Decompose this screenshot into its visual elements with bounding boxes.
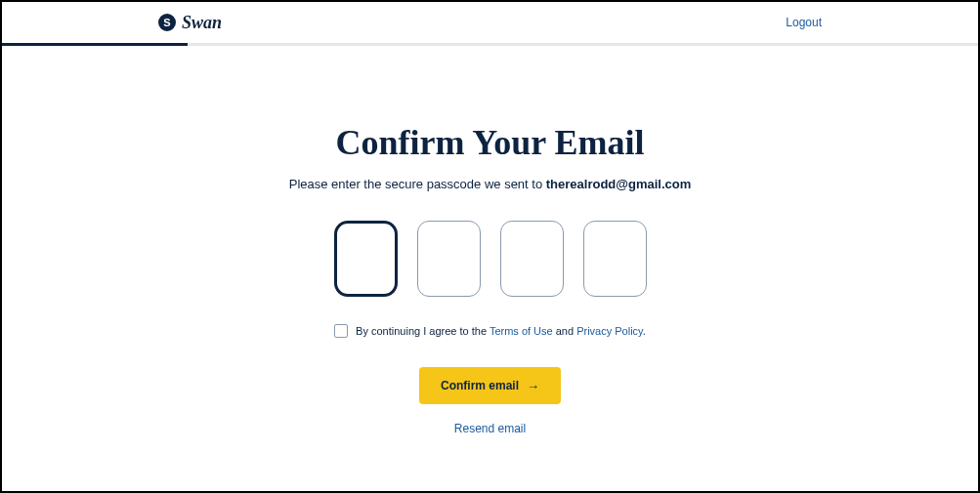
subtitle-email: therealrodd@gmail.com bbox=[546, 177, 691, 191]
passcode-inputs bbox=[334, 221, 647, 297]
brand-logo: S Swan bbox=[158, 13, 222, 33]
arrow-right-icon: → bbox=[527, 380, 539, 392]
consent-prefix: By continuing I agree to the bbox=[356, 325, 490, 337]
passcode-digit-3[interactable] bbox=[500, 221, 564, 297]
swan-logo-icon: S bbox=[158, 14, 176, 31]
main-content: Confirm Your Email Please enter the secu… bbox=[2, 46, 978, 435]
brand-name: Swan bbox=[182, 13, 222, 33]
page-subtitle: Please enter the secure passcode we sent… bbox=[289, 177, 692, 191]
passcode-digit-2[interactable] bbox=[417, 221, 481, 297]
resend-email-link[interactable]: Resend email bbox=[454, 422, 526, 435]
passcode-digit-1[interactable] bbox=[334, 221, 398, 297]
consent-and: and bbox=[553, 325, 576, 337]
confirm-email-button[interactable]: Confirm email → bbox=[419, 367, 561, 404]
terms-of-use-link[interactable]: Terms of Use bbox=[490, 325, 553, 337]
privacy-policy-link[interactable]: Privacy Policy bbox=[576, 325, 643, 337]
progress-fill bbox=[2, 43, 188, 46]
consent-text: By continuing I agree to the Terms of Us… bbox=[356, 325, 646, 337]
passcode-digit-4[interactable] bbox=[583, 221, 647, 297]
consent-checkbox[interactable] bbox=[334, 324, 348, 338]
header: S Swan Logout bbox=[2, 2, 978, 43]
consent-row: By continuing I agree to the Terms of Us… bbox=[334, 324, 646, 338]
page-title: Confirm Your Email bbox=[335, 122, 644, 163]
logout-link[interactable]: Logout bbox=[786, 16, 822, 29]
confirm-button-label: Confirm email bbox=[441, 379, 519, 392]
progress-bar bbox=[2, 43, 978, 46]
subtitle-prefix: Please enter the secure passcode we sent… bbox=[289, 177, 546, 191]
consent-suffix: . bbox=[643, 325, 646, 337]
